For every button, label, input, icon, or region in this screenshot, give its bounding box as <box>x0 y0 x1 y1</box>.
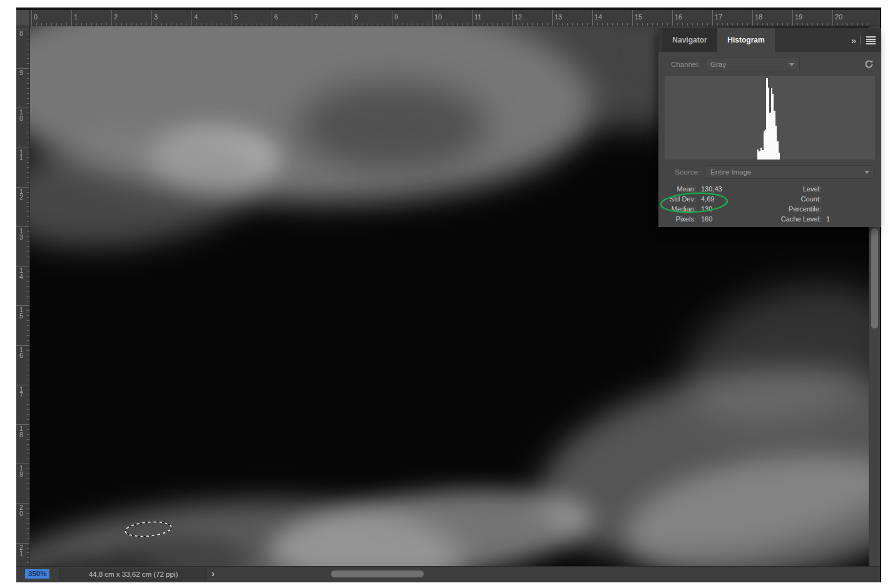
ruler-tick <box>707 23 708 26</box>
ruler-tick <box>562 23 563 26</box>
ruler-number: 2 <box>114 13 118 21</box>
refresh-icon[interactable] <box>864 59 874 69</box>
source-value: Entire Image <box>710 168 751 176</box>
status-chevron-icon[interactable]: › <box>212 569 215 579</box>
ruler-number: 1 5 <box>19 307 23 319</box>
ruler-tick <box>207 23 207 26</box>
ruler-tick <box>747 23 748 26</box>
ruler-tick <box>27 182 29 183</box>
icon-separator <box>861 36 861 44</box>
ruler-tick <box>27 390 29 390</box>
panel-tab-bar: Navigator Histogram » <box>658 28 881 52</box>
ruler-number: 1 6 <box>19 347 23 359</box>
ruler-tick <box>822 23 823 26</box>
ruler-tick <box>27 454 29 454</box>
stat-label: Percentile: <box>766 204 821 214</box>
collapse-panel-icon[interactable]: » <box>851 35 856 46</box>
ruler-tick <box>27 49 29 49</box>
ruler-number: 9 <box>19 70 23 76</box>
ruler-tick <box>27 236 29 237</box>
left-ruler[interactable]: 891 01 11 21 31 41 51 61 71 81 92 02 1 <box>16 26 30 566</box>
ruler-tick <box>767 23 768 26</box>
ruler-tick <box>27 301 29 302</box>
channel-dropdown[interactable]: Gray <box>705 58 800 71</box>
ruler-tick <box>732 23 733 26</box>
ruler-tick <box>51 23 52 26</box>
ruler-tick <box>27 73 29 74</box>
ruler-tick <box>862 23 863 26</box>
stat-label: Cache Level: <box>766 214 821 224</box>
ruler-number: 1 2 <box>19 189 23 201</box>
ruler-tick <box>332 23 332 26</box>
ruler-tick <box>347 23 347 26</box>
ruler-tick <box>27 177 29 178</box>
ruler-tick <box>797 23 798 26</box>
ruler-number: 1 8 <box>19 426 23 438</box>
tab-navigator[interactable]: Navigator <box>662 28 717 52</box>
ruler-number: 9 <box>394 13 398 21</box>
ruler-tick <box>41 23 42 26</box>
ruler-number: 19 <box>795 13 802 21</box>
ruler-tick <box>407 23 407 26</box>
ruler-tick <box>136 23 137 26</box>
ruler-tick <box>772 23 773 26</box>
ruler-tick <box>652 23 653 26</box>
ruler-tick <box>642 23 643 26</box>
ruler-tick <box>212 23 212 26</box>
ruler-tick <box>27 489 29 489</box>
ruler-tick <box>512 10 513 26</box>
ruler-tick <box>27 58 29 59</box>
ruler-tick <box>267 23 267 26</box>
top-ruler[interactable]: 01234567891011121314151617181920 <box>30 10 880 26</box>
ruler-tick <box>187 23 187 26</box>
ruler-tick <box>632 10 633 26</box>
ruler-tick <box>151 10 152 26</box>
ruler-number: 2 1 <box>19 545 23 557</box>
ruler-tick <box>27 98 29 99</box>
ruler-tick <box>27 494 29 494</box>
ruler-tick <box>27 113 29 113</box>
ruler-tick <box>91 23 92 26</box>
ruler-tick <box>417 23 417 26</box>
ruler-tick <box>447 23 448 26</box>
ruler-tick <box>27 291 29 291</box>
vertical-scrollbar-thumb[interactable] <box>871 228 878 328</box>
ruler-tick <box>27 557 29 558</box>
ruler-number: 13 <box>555 13 562 21</box>
ruler-tick <box>27 133 29 133</box>
ruler-tick <box>27 523 29 524</box>
source-label: Source: <box>665 168 700 176</box>
ruler-tick <box>27 78 29 79</box>
ruler-tick <box>572 23 573 26</box>
panel-menu-icon[interactable] <box>866 36 876 44</box>
ruler-tick <box>27 370 29 370</box>
ruler-number: 12 <box>514 13 522 21</box>
ruler-corner[interactable] <box>16 10 30 26</box>
ruler-tick <box>141 23 142 26</box>
ruler-tick <box>222 23 222 26</box>
tab-histogram[interactable]: Histogram <box>717 28 775 52</box>
ruler-tick <box>56 23 57 26</box>
ruler-number: 11 <box>474 13 481 21</box>
ruler-tick <box>247 23 247 26</box>
ruler-tick <box>27 83 29 84</box>
ruler-tick <box>27 360 29 360</box>
ruler-tick <box>712 10 713 26</box>
screenshot-page: 01234567891011121314151617181920 891 01 … <box>0 0 890 588</box>
ruler-tick <box>367 23 367 26</box>
ruler-tick <box>27 439 29 440</box>
ruler-tick <box>817 23 818 26</box>
ruler-tick <box>27 409 29 410</box>
source-dropdown[interactable]: Entire Image <box>705 165 875 179</box>
ruler-tick <box>717 23 718 26</box>
selection-marching-ants[interactable] <box>121 519 175 540</box>
ruler-number: 10 <box>434 13 442 21</box>
ruler-tick <box>27 192 29 193</box>
horizontal-scrollbar-thumb[interactable] <box>331 570 424 577</box>
chevron-down-icon <box>864 171 869 174</box>
zoom-level-input[interactable]: 350% <box>25 569 49 579</box>
ruler-tick <box>171 23 172 26</box>
ruler-tick <box>742 23 743 26</box>
ruler-tick <box>432 10 432 26</box>
ruler-tick <box>312 10 312 26</box>
